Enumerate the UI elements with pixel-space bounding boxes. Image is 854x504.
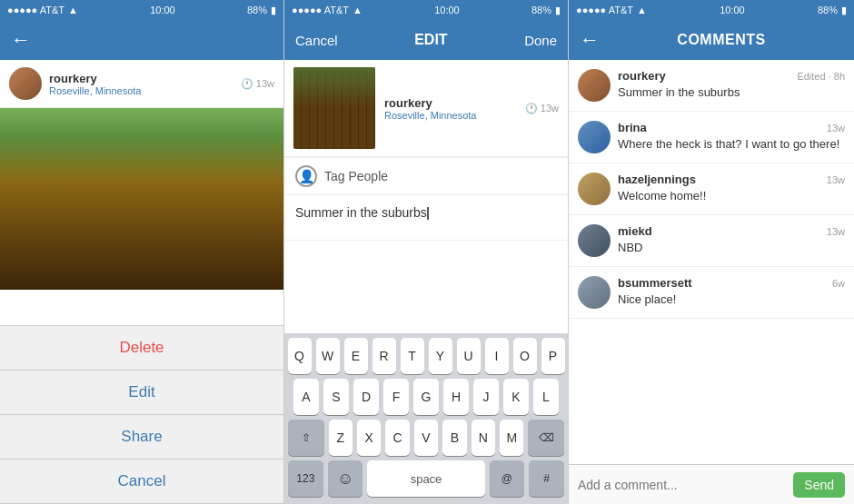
clock-icon-1: 🕐 [241,78,253,90]
key-h[interactable]: H [443,379,469,415]
comment-body: bsummersett 6w Nice place! [618,276,845,308]
cancel-button[interactable]: Cancel [0,460,283,504]
caption-field[interactable]: Summer in the suburbs [284,195,568,241]
comment-item: bsummersett 6w Nice place! [569,267,854,319]
key-w[interactable]: W [316,338,340,374]
comment-time: 13w [827,123,845,133]
key-hash[interactable]: # [529,460,564,497]
keyboard-row-4: 123 ☺ space @ # [284,456,568,504]
key-o[interactable]: O [513,338,537,374]
key-backspace[interactable]: ⌫ [528,420,564,456]
comment-item: brina 13w Where the heck is that? I want… [569,112,854,163]
time-3: 10:00 [720,5,745,15]
delete-button[interactable]: Delete [0,326,283,371]
back-icon-1[interactable]: ← [11,28,31,52]
comments-back-button[interactable]: ← [580,28,600,52]
key-m[interactable]: M [500,420,523,456]
comment-input[interactable] [578,478,793,492]
comment-header: bsummersett 6w [618,276,845,290]
status-bar-2: ●●●●● AT&T ▲ 10:00 88% ▮ [284,0,568,20]
key-g[interactable]: G [413,379,439,415]
status-right-1: 88% ▮ [247,5,276,16]
edit-time-label: 13w [541,103,559,114]
keyboard: Q W E R T Y U I O P A S D F G H J K L ⇧ … [284,333,568,504]
tag-people-icon: 👤 [295,165,317,187]
comment-username: brina [618,121,647,134]
comment-time: 6w [832,278,845,289]
edit-thumbnail-inner [293,67,375,149]
key-space[interactable]: space [367,460,484,497]
key-num[interactable]: 123 [288,460,323,497]
send-button[interactable]: Send [793,472,845,498]
key-t[interactable]: T [401,338,424,374]
key-d[interactable]: D [353,379,379,415]
key-at[interactable]: @ [490,460,525,497]
battery-icon-1: ▮ [271,5,276,16]
comment-avatar [578,276,611,309]
comment-time: Edited · 8h [797,71,845,82]
caption-text: Summer in the suburbs [295,205,427,220]
comment-text: NBD [618,240,845,256]
edit-cancel-button[interactable]: Cancel [295,33,338,48]
edit-nav-bar: Cancel EDIT Done [284,20,568,60]
clock-icon-2: 🕐 [525,103,538,114]
key-e[interactable]: E [344,338,368,374]
key-l[interactable]: L [533,379,559,415]
key-x[interactable]: X [357,420,381,456]
key-k[interactable]: K [503,379,529,415]
comment-avatar [578,121,611,153]
tag-people-label: Tag People [324,169,388,183]
avatar-image-1 [9,67,42,100]
status-bar-3: ●●●●● AT&T ▲ 10:00 88% ▮ [569,0,854,20]
tag-people-row[interactable]: 👤 Tag People [284,157,568,195]
key-b[interactable]: B [442,420,466,456]
key-i[interactable]: I [485,338,509,374]
share-button[interactable]: Share [0,415,283,460]
key-j[interactable]: J [473,379,499,415]
comment-header: miekd 13w [618,224,845,238]
nav-bar-1: ← [0,20,283,60]
post-time-1: 🕐 13w [241,78,274,90]
comment-header: brina 13w [618,121,845,134]
comment-item: rourkery Edited · 8h Summer in the subur… [569,60,854,112]
carrier-3: ●●●●● AT&T [576,5,633,15]
key-n[interactable]: N [472,420,495,456]
key-u[interactable]: U [457,338,481,374]
key-f[interactable]: F [383,379,409,415]
edit-button[interactable]: Edit [0,371,283,415]
post-username-1: rourkery [49,72,241,85]
key-shift[interactable]: ⇧ [288,420,324,456]
key-a[interactable]: A [293,379,319,415]
comment-text: Nice place! [618,292,845,308]
keyboard-row-3: ⇧ Z X C V B N M ⌫ [284,415,568,456]
key-c[interactable]: C [385,420,409,456]
battery-2: 88% [531,5,551,15]
status-bar-1: ●●●●● AT&T ▲ 10:00 88% ▮ [0,0,283,20]
comment-username: hazeljennings [618,173,696,186]
post-image-1 [0,108,283,290]
key-s[interactable]: S [323,379,349,415]
key-v[interactable]: V [414,420,438,456]
key-r[interactable]: R [372,338,396,374]
edit-post-header: rourkery Roseville, Minnesota 🕐 13w [284,60,568,157]
panel-comments: ●●●●● AT&T ▲ 10:00 88% ▮ ← COMMENTS rour… [569,0,854,504]
key-q[interactable]: Q [288,338,312,374]
comment-body: miekd 13w NBD [618,224,845,256]
comment-avatar [578,224,611,257]
edit-done-button[interactable]: Done [524,33,557,48]
key-emoji[interactable]: ☺ [328,460,363,497]
panel-edit: ●●●●● AT&T ▲ 10:00 88% ▮ Cancel EDIT Don… [284,0,569,504]
battery-3: 88% [818,5,838,15]
key-y[interactable]: Y [429,338,452,374]
comment-username: rourkery [618,69,666,83]
status-right-2: 88% ▮ [531,5,561,16]
comment-text: Summer in the suburbs [618,84,845,101]
key-p[interactable]: P [541,338,565,374]
edit-username: rourkery [384,96,525,110]
key-z[interactable]: Z [329,420,353,456]
battery-icon-2: ▮ [555,5,561,16]
post-time-label-1: 13w [256,78,274,89]
comments-list: rourkery Edited · 8h Summer in the subur… [569,60,854,464]
time-2: 10:00 [434,5,460,15]
comment-item: hazeljennings 13w Welcome home!! [569,163,854,215]
